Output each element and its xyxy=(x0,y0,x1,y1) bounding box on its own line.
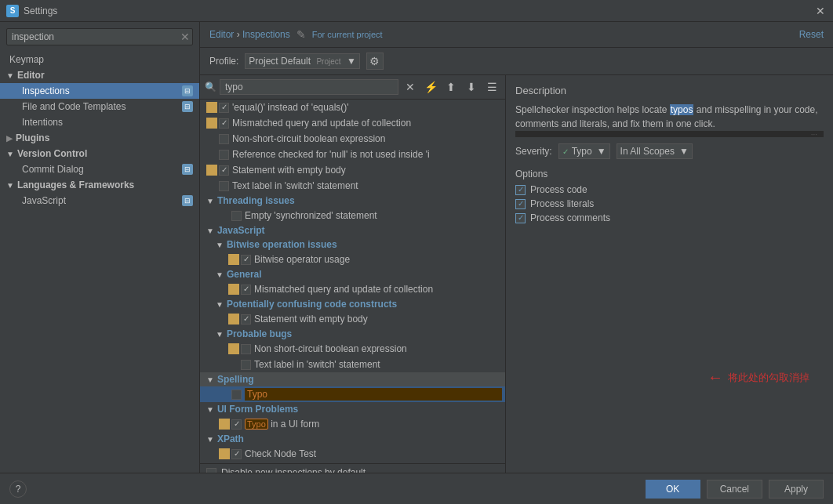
severity-value: Typo xyxy=(572,146,592,157)
toggle-button[interactable]: ☰ xyxy=(483,78,500,96)
tree-item[interactable]: Empty 'synchronized' statement xyxy=(200,208,505,223)
group-label: XPath xyxy=(217,433,244,444)
app-icon: S xyxy=(6,5,19,17)
apply-button[interactable]: Apply xyxy=(769,480,824,499)
tree-group-ui-form[interactable]: ▼ UI Form Problems xyxy=(200,402,505,416)
tree-indicator: ⊟ xyxy=(182,164,193,175)
scope-select[interactable]: In All Scopes ▼ xyxy=(617,143,693,159)
severity-icon xyxy=(206,102,217,113)
checkbox[interactable] xyxy=(231,419,242,430)
checkbox[interactable] xyxy=(219,150,229,160)
severity-icon xyxy=(219,210,230,221)
process-comments-checkbox[interactable] xyxy=(515,213,526,223)
checkbox[interactable] xyxy=(219,134,229,144)
checkbox[interactable] xyxy=(231,449,242,459)
resize-handle[interactable]: ··· xyxy=(515,131,824,137)
profile-select[interactable]: Project Default Project ▼ xyxy=(245,53,359,69)
item-label: Text label in 'switch' statement xyxy=(232,180,502,191)
profile-tag: Project xyxy=(316,57,340,66)
help-button[interactable]: ? xyxy=(9,480,27,498)
checkbox[interactable] xyxy=(219,181,229,191)
sidebar-group-label: Languages & Frameworks xyxy=(17,179,134,190)
dropdown-arrow-icon: ▼ xyxy=(347,56,356,67)
checkbox[interactable] xyxy=(241,314,251,325)
checkbox[interactable] xyxy=(219,118,229,129)
tree-group-potentially-confusing[interactable]: ▼ Potentially confusing code constructs xyxy=(200,297,505,311)
tree-group-xpath[interactable]: ▼ XPath xyxy=(200,432,505,446)
tree-item[interactable]: Reference checked for 'null' is not used… xyxy=(200,147,505,162)
sidebar-item-inspections[interactable]: Inspections ⊟ xyxy=(0,83,199,99)
tree-item[interactable]: Mismatched query and update of collectio… xyxy=(200,281,505,297)
clear-search-button[interactable]: ✕ xyxy=(402,78,419,96)
search-input[interactable] xyxy=(220,79,398,95)
sidebar-search-input[interactable] xyxy=(6,28,193,45)
item-label: Non-short-circuit boolean expression xyxy=(232,133,502,144)
breadcrumb-editor[interactable]: Editor xyxy=(209,29,234,40)
description-text: Spellchecker inspection helps locate typ… xyxy=(515,103,824,131)
checkbox[interactable] xyxy=(241,360,251,370)
cancel-button[interactable]: Cancel xyxy=(707,480,762,499)
description-panel: Description Spellchecker inspection help… xyxy=(506,75,833,473)
tree-item[interactable]: Statement with empty body xyxy=(200,311,505,327)
tree-item[interactable]: Typo in a UI form xyxy=(200,416,505,432)
sidebar-item-keymap[interactable]: Keymap xyxy=(0,52,199,67)
profile-label: Profile: xyxy=(209,56,238,67)
sidebar-item-file-code-templates[interactable]: File and Code Templates ⊟ xyxy=(0,99,199,114)
gear-button[interactable]: ⚙ xyxy=(366,53,384,70)
desc-before: Spellchecker inspection helps locate xyxy=(515,104,670,115)
tree-item[interactable]: Statement with empty body xyxy=(200,162,505,178)
expand-all-button[interactable]: ⬆ xyxy=(442,78,460,96)
tree-group-threading[interactable]: ▼ Threading issues xyxy=(200,194,505,208)
checkbox[interactable] xyxy=(241,344,251,354)
tree-panel: 🔍 ✕ ⚡ ⬆ ⬇ ☰ 'equal()' instead of 'equals… xyxy=(200,75,506,473)
tree-group-javascript[interactable]: ▼ JavaScript xyxy=(200,223,505,237)
severity-icon xyxy=(206,133,217,144)
content-header: Editor › Inspections ✎ For current proje… xyxy=(200,22,833,48)
tree-indicator: ⊟ xyxy=(182,195,193,206)
sidebar-item-javascript[interactable]: JavaScript ⊟ xyxy=(0,193,199,208)
sidebar-group-editor[interactable]: ▼ Editor xyxy=(0,67,199,83)
tree-item[interactable]: 'equal()' instead of 'equals()' xyxy=(200,100,505,115)
checkbox[interactable] xyxy=(231,390,242,400)
tree-group-probable-bugs[interactable]: ▼ Probable bugs xyxy=(200,327,505,341)
severity-icon xyxy=(206,118,217,129)
sidebar-group-plugins[interactable]: ▶ Plugins xyxy=(0,130,199,146)
sidebar-group-languages[interactable]: ▼ Languages & Frameworks xyxy=(0,177,199,193)
reset-link[interactable]: Reset xyxy=(799,29,824,40)
checkbox[interactable] xyxy=(241,255,251,265)
severity-icon xyxy=(228,254,239,265)
tree-item[interactable]: Mismatched query and update of collectio… xyxy=(200,115,505,131)
tree-group-bitwise[interactable]: ▼ Bitwise operation issues xyxy=(200,237,505,252)
checkbox[interactable] xyxy=(219,103,229,113)
collapse-all-button[interactable]: ⬇ xyxy=(463,78,480,96)
tree-group-spelling[interactable]: ▼ Spelling xyxy=(200,372,505,386)
close-button[interactable]: ✕ xyxy=(814,5,827,17)
tree-item[interactable]: Non-short-circuit boolean expression xyxy=(200,131,505,147)
tree-item[interactable]: Text label in 'switch' statement xyxy=(200,178,505,194)
check-icon: ✓ xyxy=(562,147,569,156)
process-literals-checkbox[interactable] xyxy=(515,199,526,209)
sidebar-item-commit-dialog[interactable]: Commit Dialog ⊟ xyxy=(0,161,199,177)
annotation-text: 将此处的勾取消掉 xyxy=(728,371,809,385)
tree-item[interactable]: Check Node Test xyxy=(200,446,505,462)
severity-icon xyxy=(219,389,230,400)
sidebar-item-intentions[interactable]: Intentions xyxy=(0,114,199,130)
sidebar-group-label: Editor xyxy=(17,70,45,81)
sidebar-group-version-control[interactable]: ▼ Version Control xyxy=(0,146,199,161)
tree-item-typo[interactable]: Typo xyxy=(200,386,505,402)
tree-item[interactable]: Non short-circuit boolean expression xyxy=(200,341,505,357)
filter-button[interactable]: ⚡ xyxy=(422,78,439,96)
ok-button[interactable]: OK xyxy=(646,480,700,499)
tree-item[interactable]: Bitwise operator usage xyxy=(200,252,505,267)
disable-checkbox[interactable] xyxy=(206,468,216,473)
severity-select[interactable]: ✓ Typo ▼ xyxy=(558,143,610,159)
tree-item[interactable]: Text label in 'switch' statement xyxy=(200,357,505,372)
checkbox[interactable] xyxy=(219,165,229,176)
process-code-checkbox[interactable] xyxy=(515,185,526,195)
sidebar-search-clear[interactable]: ✕ xyxy=(180,31,190,43)
severity-icon xyxy=(219,419,230,430)
tree-group-general[interactable]: ▼ General xyxy=(200,267,505,281)
sidebar-group-label: Plugins xyxy=(16,132,49,143)
checkbox[interactable] xyxy=(231,211,242,221)
checkbox[interactable] xyxy=(241,285,251,295)
